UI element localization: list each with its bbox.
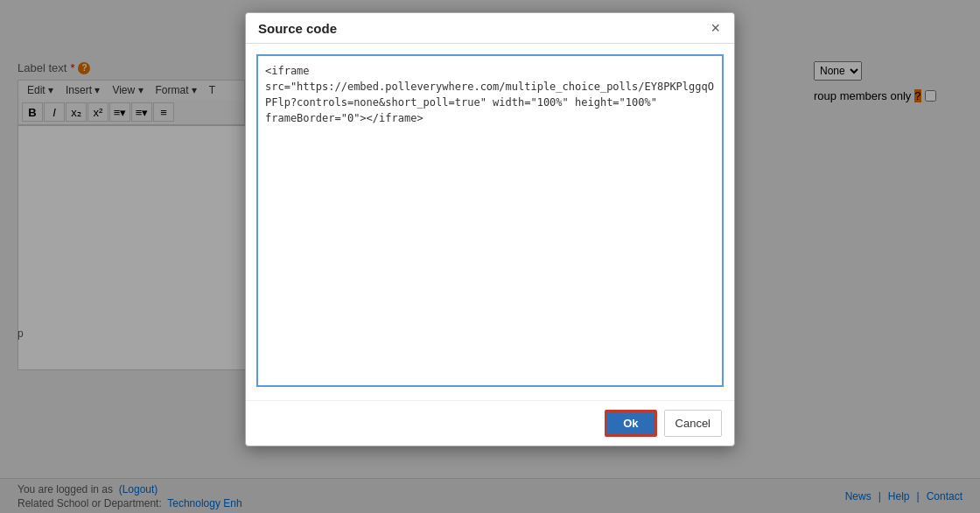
cancel-button[interactable]: Cancel [664,410,722,437]
source-code-dialog: Source code × <iframe src="https://embed… [245,12,735,446]
dialog-header: Source code × [246,13,734,44]
source-code-textarea[interactable]: <iframe src="https://embed.polleverywher… [256,54,724,387]
dialog-footer: Ok Cancel [246,400,734,446]
dialog-title: Source code [258,21,337,36]
ok-button[interactable]: Ok [605,410,656,437]
dialog-body: <iframe src="https://embed.polleverywher… [246,44,734,400]
dialog-close-button[interactable]: × [709,20,722,36]
